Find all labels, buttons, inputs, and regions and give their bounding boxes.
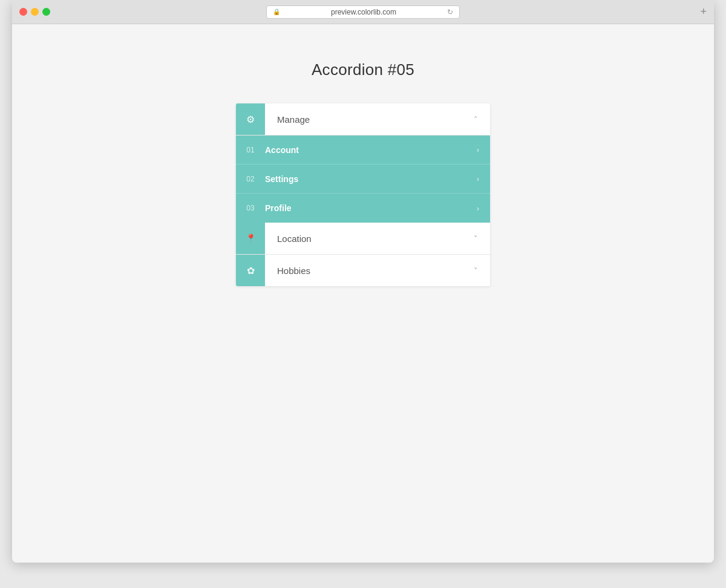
accordion-item-location[interactable]: 📍 Location ˅ [236,223,490,255]
browser-titlebar: 🔒 preview.colorlib.com ↻ + [12,0,714,24]
accordion-item-manage: ⚙ Manage ˄ 01 Account › [236,103,490,223]
page-title: Accordion #05 [312,60,414,79]
profile-number: 03 [236,204,265,212]
manage-icon-tab: ⚙ [236,103,265,135]
manage-label: Manage [277,114,310,125]
minimize-button[interactable] [31,8,39,16]
location-header[interactable]: Location ˅ [265,223,490,254]
hobbies-header[interactable]: Hobbies ˅ [265,255,490,286]
profile-arrow: › [466,204,490,213]
gear-icon: ⚙ [246,114,255,125]
location-chevron: ˅ [474,234,478,243]
location-icon-tab: 📍 [236,223,265,254]
window-controls [19,8,50,16]
close-button[interactable] [19,8,27,16]
manage-sub-items: 01 Account › 02 Settings › 03 Profile [236,136,490,223]
settings-label: Settings [265,174,466,184]
location-label: Location [277,234,312,244]
location-icon: 📍 [246,234,256,243]
account-number: 01 [236,146,265,154]
address-bar[interactable]: 🔒 preview.colorlib.com ↻ [266,5,460,19]
address-text: preview.colorlib.com [284,8,443,16]
new-tab-button[interactable]: + [700,5,707,18]
hobbies-icon-tab: ✿ [236,255,265,286]
browser-window: 🔒 preview.colorlib.com ↻ + Accordion #05… [12,0,714,563]
sub-item-profile[interactable]: 03 Profile › [236,194,490,223]
sub-item-account[interactable]: 01 Account › [236,136,490,165]
hobbies-icon: ✿ [247,265,255,276]
lock-icon: 🔒 [273,8,280,15]
accordion: ⚙ Manage ˄ 01 Account › [236,103,490,286]
manage-chevron: ˄ [474,115,478,124]
account-arrow: › [466,145,490,154]
profile-label: Profile [265,203,466,213]
page-content: Accordion #05 ⚙ Manage ˄ [12,24,714,563]
hobbies-label: Hobbies [277,266,310,276]
settings-arrow: › [466,174,490,183]
accordion-header-manage[interactable]: ⚙ Manage ˄ [236,103,490,136]
maximize-button[interactable] [42,8,50,16]
settings-number: 02 [236,175,265,183]
account-label: Account [265,145,466,155]
manage-header[interactable]: Manage ˄ [265,103,490,135]
accordion-item-hobbies[interactable]: ✿ Hobbies ˅ [236,255,490,286]
refresh-icon[interactable]: ↻ [447,8,453,16]
hobbies-chevron: ˅ [474,266,478,275]
sub-item-settings[interactable]: 02 Settings › [236,165,490,194]
